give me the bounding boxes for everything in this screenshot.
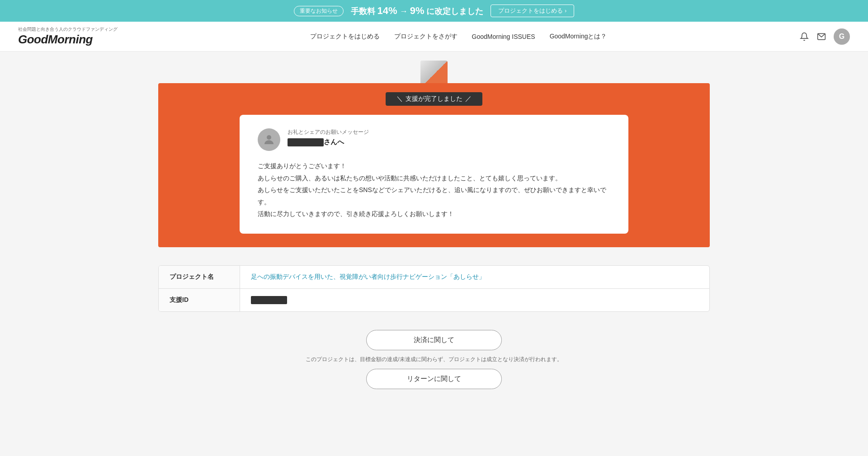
logo-area: 社会問題と向き合う人のクラウドファンディング GoodMorning xyxy=(18,26,118,47)
message-header: お礼とシェアのお願いメッセージ さんへ xyxy=(258,128,610,151)
banner-text: 手数料 14% → 9% に改定しました xyxy=(351,5,484,17)
message-body: ご支援ありがとうございます！ あしらせのご購入、あるいは私たちの想いや活動に共感… xyxy=(258,160,610,220)
banner-badge: 重要なお知らせ xyxy=(294,6,344,16)
top-banner: 重要なお知らせ 手数料 14% → 9% に改定しました プロジェクトをはじめる xyxy=(0,0,868,22)
sender-avatar xyxy=(258,128,280,151)
message-line1: ご支援ありがとうございます！ xyxy=(258,160,610,172)
project-name-row: プロジェクト名 足への振動デバイスを用いた、視覚障がい者向け歩行ナビゲーション「… xyxy=(159,266,709,289)
main-nav: プロジェクトをはじめる プロジェクトをさがす GoodMorning ISSUE… xyxy=(136,33,781,41)
payment-note: このプロジェクトは、目標金額の達成/未達成に関わらず、プロジェクトは成立となり決… xyxy=(306,356,562,363)
message-card: お礼とシェアのお願いメッセージ さんへ ご支援ありがとうございます！ あしらせの… xyxy=(240,115,628,234)
nav-item-issues[interactable]: GoodMorning ISSUES xyxy=(472,33,535,40)
message-recipient: さんへ xyxy=(288,138,369,146)
logo-subtitle: 社会問題と向き合う人のクラウドファンディング xyxy=(18,26,118,33)
nav-item-find-project[interactable]: プロジェクトをさがす xyxy=(394,33,458,41)
orange-section: 支援が完了しました お礼とシェアのお願いメッセージ さんへ xyxy=(158,83,710,247)
header-icons: G xyxy=(799,28,850,45)
mail-icon[interactable] xyxy=(816,32,826,42)
user-avatar[interactable]: G xyxy=(834,28,850,45)
details-table: プロジェクト名 足への振動デバイスを用いた、視覚障がい者向け歩行ナビゲーション「… xyxy=(158,265,710,312)
message-title-area: お礼とシェアのお願いメッセージ さんへ xyxy=(288,128,369,146)
main-content: 支援が完了しました お礼とシェアのお願いメッセージ さんへ xyxy=(140,61,728,416)
project-link[interactable]: 足への振動デバイスを用いた、視覚障がい者向け歩行ナビゲーション「あしらせ」 xyxy=(251,273,485,280)
payment-button[interactable]: 決済に関して xyxy=(366,330,502,350)
nav-item-about[interactable]: GoodMorningとは？ xyxy=(550,33,607,41)
completion-badge: 支援が完了しました xyxy=(386,92,482,106)
project-value: 足への振動デバイスを用いた、視覚障がい者向け歩行ナビゲーション「あしらせ」 xyxy=(240,266,709,288)
id-label: 支援ID xyxy=(159,289,240,311)
return-button[interactable]: リターンに関して xyxy=(366,369,502,389)
buttons-section: 決済に関して このプロジェクトは、目標金額の達成/未達成に関わらず、プロジェクト… xyxy=(158,330,710,389)
message-line2: あしらせのご購入、あるいは私たちの想いや活動に共感いただけましたこと、とても嬉し… xyxy=(258,172,610,184)
nav-item-start-project[interactable]: プロジェクトをはじめる xyxy=(310,33,380,41)
bell-icon[interactable] xyxy=(799,32,809,42)
logo-main[interactable]: GoodMorning xyxy=(18,33,118,47)
message-line4: 活動に尽力していきますので、引き続き応援よろしくお願いします！ xyxy=(258,208,610,220)
details-section: プロジェクト名 足への振動デバイスを用いた、視覚障がい者向け歩行ナビゲーション「… xyxy=(158,265,710,312)
banner-start-project-button[interactable]: プロジェクトをはじめる xyxy=(491,5,574,17)
redacted-name xyxy=(288,138,324,146)
svg-point-1 xyxy=(267,135,271,140)
project-label: プロジェクト名 xyxy=(159,266,240,288)
redacted-id xyxy=(251,296,287,304)
header: 社会問題と向き合う人のクラウドファンディング GoodMorning プロジェク… xyxy=(0,22,868,52)
completion-badge-wrap: 支援が完了しました xyxy=(158,83,710,106)
support-id-row: 支援ID xyxy=(159,289,709,311)
message-line3: あしらせをご支援いただいたことをSNSなどでシェアいただけると、追い風になります… xyxy=(258,184,610,208)
id-value xyxy=(240,289,709,311)
message-label: お礼とシェアのお願いメッセージ xyxy=(288,128,369,136)
